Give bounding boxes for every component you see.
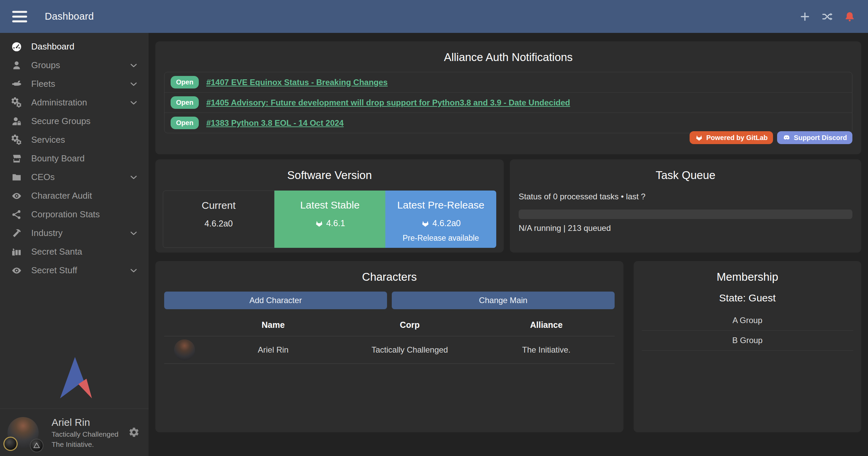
sidebar-item-label: Corporation Stats xyxy=(31,209,100,220)
column-header-alliance: Alliance xyxy=(478,313,615,336)
powered-by-gitlab-badge[interactable]: Powered by GitLab xyxy=(690,131,773,144)
user-icon xyxy=(10,60,23,71)
sidebar-item-corporation-stats[interactable]: Corporation Stats xyxy=(0,205,149,224)
gears-icon xyxy=(10,97,23,108)
discord-icon xyxy=(783,134,791,142)
version-current-label: Current xyxy=(163,200,274,211)
row-characters-membership: Characters Add Character Change Main Nam… xyxy=(155,261,861,432)
sidebar-item-industry[interactable]: Industry xyxy=(0,224,149,242)
membership-state: State: Guest xyxy=(642,292,853,304)
sidebar-menu: Dashboard Groups Fleets Ad xyxy=(0,33,149,280)
task-queue-title: Task Queue xyxy=(519,159,852,182)
chevron-down-icon xyxy=(129,98,138,107)
sidebar-item-secret-stuff[interactable]: Secret Stuff xyxy=(0,261,149,280)
row-software-tasks: Software Version Current 4.6.2a0 Latest … xyxy=(155,159,861,253)
eye-icon xyxy=(10,190,23,202)
chevron-down-icon xyxy=(129,229,138,238)
hammer-icon xyxy=(10,227,23,239)
list-item: A Group xyxy=(642,311,853,331)
task-queue-info: N/A running | 213 queued xyxy=(519,223,852,233)
list-item: B Group xyxy=(642,331,853,351)
sidebar-item-label: CEOs xyxy=(31,172,55,182)
sidebar-item-ceos[interactable]: CEOs xyxy=(0,168,149,186)
sidebar-user-panel: Ariel Rin Tactically Challenged The Init… xyxy=(0,409,149,456)
sidebar-item-secure-groups[interactable]: Secure Groups xyxy=(0,112,149,131)
sidebar-item-fleets[interactable]: Fleets xyxy=(0,75,149,93)
sidebar-item-label: Secret Stuff xyxy=(31,265,77,276)
sidebar-item-label: Groups xyxy=(31,60,60,71)
sidebar-item-label: Industry xyxy=(31,228,63,238)
column-header-corp: Corp xyxy=(342,313,478,336)
software-version-panel: Software Version Current 4.6.2a0 Latest … xyxy=(155,159,504,253)
sidebar-item-administration[interactable]: Administration xyxy=(0,93,149,112)
notification-item: Open #1383 Python 3.8 EOL - 14 Oct 2024 xyxy=(165,113,852,133)
version-current-number: 4.6.2a0 xyxy=(163,219,274,229)
change-main-button[interactable]: Change Main xyxy=(392,292,615,309)
sidebar-item-label: Fleets xyxy=(31,79,55,89)
sidebar-item-label: Administration xyxy=(31,97,87,108)
status-badge: Open xyxy=(171,96,199,109)
notification-item: Open #1407 EVE Equinox Status - Breaking… xyxy=(165,72,852,93)
version-columns: Current 4.6.2a0 Latest Stable 4.6.1 Late… xyxy=(163,191,496,248)
notification-link[interactable]: #1407 EVE Equinox Status - Breaking Chan… xyxy=(206,78,388,87)
task-queue-panel: Task Queue Status of 0 processed tasks •… xyxy=(510,159,861,253)
sidebar-item-character-audit[interactable]: Character Audit xyxy=(0,186,149,205)
status-badge: Open xyxy=(171,117,199,129)
support-discord-badge[interactable]: Support Discord xyxy=(777,131,852,144)
sidebar: Dashboard Groups Fleets Ad xyxy=(0,33,149,456)
navbar-actions xyxy=(799,11,856,23)
shuffle-icon[interactable] xyxy=(821,11,833,23)
notification-link[interactable]: #1383 Python 3.8 EOL - 14 Oct 2024 xyxy=(206,118,344,128)
user-corp: Tactically Challenged xyxy=(52,430,118,438)
characters-title: Characters xyxy=(164,261,615,283)
user-name: Ariel Rin xyxy=(52,417,118,428)
plus-icon[interactable] xyxy=(799,11,811,23)
character-portrait xyxy=(174,339,195,360)
sidebar-item-services[interactable]: Services xyxy=(0,131,149,149)
notification-link[interactable]: #1405 Advisory: Future development will … xyxy=(206,98,570,107)
alliance-auth-logo xyxy=(54,356,95,399)
badge-label: Support Discord xyxy=(794,134,847,142)
gears-icon xyxy=(10,134,23,146)
chevron-down-icon xyxy=(129,173,138,182)
eye-icon xyxy=(10,265,23,276)
shuttle-icon xyxy=(10,78,23,90)
user-alliance: The Initiative. xyxy=(52,440,118,449)
bell-icon[interactable] xyxy=(844,11,856,23)
user-avatar xyxy=(7,417,39,448)
sidebar-item-dashboard[interactable]: Dashboard xyxy=(0,37,149,56)
sidebar-item-label: Dashboard xyxy=(31,41,74,52)
sidebar-item-bounty-board[interactable]: Bounty Board xyxy=(0,149,149,168)
top-navbar: Dashboard xyxy=(0,0,868,33)
character-corp: Tactically Challenged xyxy=(342,342,478,358)
version-prerelease-number: 4.6.2a0 xyxy=(385,218,496,228)
task-progress-bar xyxy=(519,210,852,219)
column-header-name: Name xyxy=(205,313,342,336)
sidebar-item-secret-santa[interactable]: Secret Santa xyxy=(0,242,149,261)
sidebar-item-label: Secret Santa xyxy=(31,246,82,257)
footer-badges: Powered by GitLab Support Discord xyxy=(690,131,852,144)
gauge-icon xyxy=(10,41,23,53)
sidebar-item-label: Secure Groups xyxy=(31,116,91,126)
gear-icon[interactable] xyxy=(128,427,140,439)
version-stable-value: 4.6.1 xyxy=(326,218,345,228)
sidebar-item-groups[interactable]: Groups xyxy=(0,56,149,75)
membership-panel: Membership State: Guest A Group B Group xyxy=(634,261,861,432)
membership-groups: A Group B Group xyxy=(642,311,853,351)
chevron-down-icon xyxy=(129,266,138,275)
menu-icon[interactable] xyxy=(12,11,27,22)
character-avatar-cell xyxy=(164,336,205,363)
badge-label: Powered by GitLab xyxy=(706,134,768,142)
gitlab-icon xyxy=(421,219,430,228)
add-character-button[interactable]: Add Character xyxy=(164,292,387,309)
membership-title: Membership xyxy=(642,261,853,283)
table-divider xyxy=(164,363,615,364)
alliance-logo-badge xyxy=(30,439,43,452)
alliance-auth-app: Dashboard Dashboard xyxy=(0,0,868,456)
page-title: Dashboard xyxy=(45,11,94,22)
notification-item: Open #1405 Advisory: Future development … xyxy=(165,93,852,113)
table-row: Ariel Rin Tactically Challenged The Init… xyxy=(164,336,615,363)
version-stable: Latest Stable 4.6.1 xyxy=(274,191,385,248)
version-current: Current 4.6.2a0 xyxy=(163,191,274,248)
notifications-title: Alliance Auth Notifications xyxy=(164,41,852,64)
